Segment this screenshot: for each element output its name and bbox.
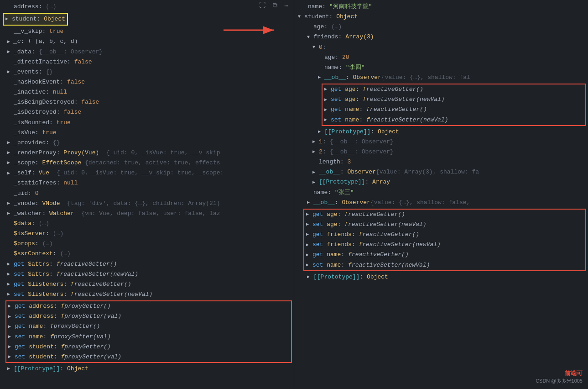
vnode-expand[interactable] (7, 200, 14, 207)
left-panel: ⛶ ⧉ ⋯ address: (…) student: Object __v_s… (0, 0, 294, 389)
line-isserver: $isServer: (…) (0, 229, 294, 239)
line-get-name-1: get name: f reactiveGetter() (323, 105, 585, 115)
line-proto-array: [[Prototype]]: Array (294, 177, 588, 187)
get-attrs-expand[interactable] (7, 261, 14, 268)
line-length: length: 3 (294, 157, 588, 167)
student-right-expand[interactable] (298, 13, 304, 21)
student-ob-expand[interactable] (307, 199, 313, 206)
prototype-expand[interactable] (7, 365, 14, 373)
line-data: _data: {__ob__: Observer} (0, 47, 294, 57)
line-uid: _uid: 0 (0, 189, 294, 199)
line-friend0-ob: __ob__: Observer {value: {…}, shallow: f… (294, 73, 588, 83)
proto-array-expand[interactable] (312, 179, 319, 186)
line-set-name-1: set name: f reactiveSetter(newVal) (323, 115, 585, 125)
proxy-getter-setter-box: get address: f proxyGetter() set address… (5, 300, 292, 363)
line-isbeingdestroyed: _isBeingDestroyed: false (0, 97, 294, 107)
line-proto-obj-1: [[Prototype]]: Object (294, 127, 588, 137)
data-expand[interactable] (7, 48, 14, 56)
set-address-expand[interactable] (8, 313, 15, 321)
copy-icon[interactable]: ⧉ (271, 1, 279, 11)
index2-expand[interactable] (312, 148, 319, 156)
watcher-expand[interactable] (7, 210, 14, 217)
line-set-age-2: set age: f reactiveSetter(newVal) (304, 220, 585, 230)
reactive-getter-setter-box-1: get age: f reactiveGetter() set age: f r… (322, 84, 586, 126)
get-listeners-expand[interactable] (7, 281, 14, 288)
expand-icon[interactable]: ⛶ (257, 1, 267, 11)
line-isvue: _isVue: true (0, 128, 294, 138)
line-props: $props: (…) (0, 239, 294, 249)
set-attrs-expand[interactable] (7, 271, 14, 278)
c-expand[interactable] (7, 38, 14, 46)
red-arrow (224, 21, 278, 39)
friends-ob-expand[interactable] (312, 169, 319, 176)
proto-obj-bottom-expand[interactable] (307, 273, 313, 281)
line-get-listeners: get $listeners: f reactiveGetter() (0, 279, 294, 289)
line-set-age-1: set age: f reactiveSetter(newVal) (323, 95, 585, 105)
events-expand[interactable] (7, 68, 14, 76)
get-address-expand[interactable] (8, 303, 15, 310)
index1-expand[interactable] (312, 138, 319, 146)
proto-obj-1-expand[interactable] (318, 128, 324, 136)
line-vnode: _vnode: VNode {tag: 'div', data: {…}, ch… (0, 199, 294, 209)
line-hashookevent: _hasHookEvent: false (0, 77, 294, 87)
scope-expand[interactable] (7, 159, 14, 167)
line-student-age: age: (…) (294, 22, 588, 32)
line-set-listeners: set $listeners: f reactiveSetter(newVal) (0, 289, 294, 300)
get-friends-2-expand[interactable] (306, 231, 312, 238)
line-index-2: 2: {__ob__: Observer} (294, 147, 588, 157)
line-ismounted: _isMounted: true (0, 118, 294, 128)
line-get-age-1: get age: f reactiveGetter() (323, 84, 585, 95)
line-address: address: (…) (0, 2, 294, 12)
watermark-label: 前端可 (565, 369, 583, 378)
line-isdestroyed: _isDestroyed: false (0, 107, 294, 117)
set-friends-2-expand[interactable] (306, 242, 312, 249)
line-renderproxy: _renderProxy: Proxy(Vue) {_uid: 0, _isVu… (0, 148, 294, 158)
line-get-name-2: get name: f reactiveGetter() (304, 250, 585, 260)
line-set-name: set name: f proxySetter(val) (6, 332, 291, 342)
self-expand[interactable] (7, 170, 14, 177)
get-age-1-expand[interactable] (324, 86, 331, 93)
provided-expand[interactable] (7, 139, 14, 147)
line-get-name: get name: f proxyGetter() (6, 321, 291, 331)
get-name-2-expand[interactable] (306, 252, 312, 259)
line-set-attrs: set $attrs: f reactiveSetter(newVal) (0, 269, 294, 279)
right-panel: name: "河南科技学院" student: Object age: (…) … (294, 0, 588, 389)
get-age-2-expand[interactable] (306, 211, 312, 218)
line-prototype-left: [[Prototype]]: Object (0, 364, 294, 374)
set-student-expand[interactable] (8, 353, 15, 361)
set-age-2-expand[interactable] (306, 221, 312, 228)
set-name-expand[interactable] (8, 333, 15, 341)
set-age-1-expand[interactable] (324, 96, 331, 104)
line-self: _self: Vue {_uid: 0, _isVue: true, __v_s… (0, 168, 294, 178)
line-name-school: name: "河南科技学院" (294, 2, 588, 12)
watermark: 前端可 CSDN @多多米1005 (536, 369, 583, 384)
index0-expand[interactable] (312, 44, 319, 51)
line-friends-ob: __ob__: Observer {value: Array(3), shall… (294, 167, 588, 177)
line-get-attrs: get $attrs: f reactiveGetter() (0, 259, 294, 269)
line-set-student: set student: f proxySetter(val) (6, 352, 291, 362)
line-friend0-age: age: 20 (294, 53, 588, 63)
friends-expand[interactable] (307, 34, 313, 41)
line-index-0: 0: (294, 42, 588, 53)
line-name-zhangsan: name: "张三" (294, 188, 588, 198)
more-icon[interactable]: ⋯ (283, 1, 290, 11)
line-data-dollar: $data: (…) (0, 219, 294, 229)
line-scope: _scope: EffectScope {detached: true, act… (0, 158, 294, 168)
reactive-getter-setter-box-2: get age: f reactiveGetter() set age: f r… (303, 209, 586, 271)
line-directinactive: _directInactive: false (0, 57, 294, 67)
friend0-ob-expand[interactable] (318, 74, 324, 81)
line-set-address: set address: f proxySetter(val) (6, 311, 291, 321)
line-get-age-2: get age: f reactiveGetter() (304, 210, 585, 220)
student-highlight-box: student: Object (3, 13, 68, 26)
line-set-friends-2: set friends: f reactiveSetter(newVal) (304, 240, 585, 250)
get-student-expand[interactable] (8, 343, 15, 351)
student-expand[interactable] (5, 16, 12, 23)
line-events: _events: {} (0, 67, 294, 77)
set-listeners-expand[interactable] (7, 291, 14, 298)
get-name-expand[interactable] (8, 323, 15, 331)
set-name-1-expand[interactable] (324, 116, 331, 124)
set-name-2-expand[interactable] (306, 262, 312, 269)
line-index-1: 1: {__ob__: Observer} (294, 137, 588, 147)
renderproxy-expand[interactable] (7, 149, 14, 157)
get-name-1-expand[interactable] (324, 106, 331, 114)
